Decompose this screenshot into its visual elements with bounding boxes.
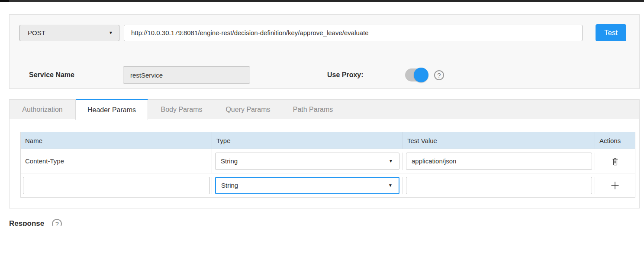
- param-test-value-input[interactable]: [406, 153, 592, 170]
- param-type-value: String: [221, 157, 238, 165]
- column-header-actions: Actions: [595, 132, 635, 149]
- response-label: Response: [9, 219, 44, 226]
- delete-row-button[interactable]: [609, 155, 621, 168]
- top-edge-segment: [0, 0, 9, 2]
- table-row: String ▼: [21, 173, 635, 197]
- service-name-input[interactable]: [123, 66, 250, 84]
- use-proxy-help-icon[interactable]: ?: [434, 70, 444, 80]
- tab-path-params[interactable]: Path Params: [281, 100, 345, 120]
- request-url-row: POST ▼ Test: [19, 24, 626, 41]
- tab-header-params[interactable]: Header Params: [76, 99, 148, 120]
- param-name-text: Content-Type: [21, 149, 212, 173]
- test-button[interactable]: Test: [596, 24, 626, 41]
- param-test-value-input[interactable]: [406, 177, 592, 194]
- param-type-select[interactable]: String ▼: [215, 177, 399, 194]
- response-section: Response?: [9, 219, 644, 226]
- table-header-row: Name Type Test Value Actions: [21, 132, 635, 149]
- param-type-value: String: [221, 182, 238, 189]
- toggle-knob: [414, 68, 428, 82]
- dropdown-caret-icon: ▼: [389, 159, 393, 163]
- param-name-input[interactable]: [23, 177, 210, 194]
- use-proxy-label: Use Proxy:: [327, 71, 364, 79]
- use-proxy-toggle[interactable]: [405, 68, 428, 81]
- params-panel: Authorization Header Params Body Params …: [9, 99, 640, 208]
- browser-top-edge: [0, 0, 644, 2]
- params-table: Name Type Test Value Actions Content-Typ…: [20, 132, 635, 198]
- http-method-value: POST: [28, 29, 45, 36]
- tab-body-params[interactable]: Body Params: [148, 100, 215, 120]
- column-header-test-value: Test Value: [403, 132, 595, 149]
- table-row: Content-Type String ▼: [21, 149, 635, 173]
- request-config-panel: POST ▼ Test Service Name Use Proxy: ?: [9, 14, 640, 89]
- endpoint-url-input[interactable]: [124, 25, 583, 41]
- service-name-label: Service Name: [29, 71, 74, 79]
- param-type-select[interactable]: String ▼: [215, 153, 399, 170]
- service-proxy-row: Service Name Use Proxy: ?: [10, 66, 639, 84]
- params-tabs: Authorization Header Params Body Params …: [10, 99, 639, 119]
- response-help-icon[interactable]: ?: [52, 219, 62, 226]
- column-header-type: Type: [212, 132, 403, 149]
- dropdown-caret-icon: ▼: [109, 30, 113, 35]
- add-row-button[interactable]: [608, 179, 622, 192]
- tab-query-params[interactable]: Query Params: [215, 100, 281, 120]
- dropdown-caret-icon: ▼: [388, 183, 393, 188]
- plus-icon: [610, 180, 620, 191]
- trash-icon: [611, 156, 619, 166]
- top-edge-segment: [9, 0, 90, 2]
- column-header-name: Name: [21, 132, 212, 149]
- http-method-select[interactable]: POST ▼: [19, 25, 119, 41]
- tab-authorization[interactable]: Authorization: [10, 100, 76, 120]
